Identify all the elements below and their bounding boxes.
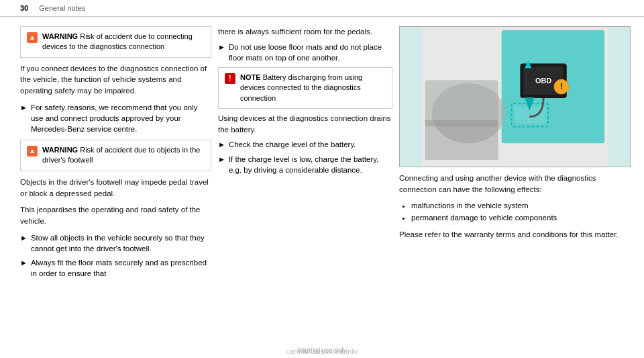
obd-image: OBD ! xyxy=(399,26,631,167)
mid-arrow-item-1: ► Do not use loose floor mats and do not… xyxy=(218,42,392,63)
warning-text-2: WARNING Risk of accident due to objects … xyxy=(42,145,205,166)
body-text-3: This jeopardises the operating and road … xyxy=(20,204,211,226)
note-box: ! NOTE Battery discharging from using de… xyxy=(218,67,392,109)
watermark: carmanualsonline.info xyxy=(0,347,644,357)
arrow-list-text-3: Always fit the floor mats securely and a… xyxy=(31,257,211,279)
mid-arrow-text-1: Do not use loose floor mats and do not p… xyxy=(229,42,392,63)
note-text: NOTE Battery discharging from using devi… xyxy=(240,73,386,103)
arrow-list-text-1: For safety reasons, we recommend that yo… xyxy=(31,102,211,134)
note-title: NOTE xyxy=(240,73,261,81)
mid-arrow-icon-3: ► xyxy=(218,154,225,165)
right-caption-2: Please refer to the warranty terms and c… xyxy=(399,229,631,240)
warning-box-2: ▲ WARNING Risk of accident due to object… xyxy=(20,140,211,171)
arrow-list-text-2: Stow all objects in the vehicle securely… xyxy=(31,232,211,254)
mid-arrow-icon-1: ► xyxy=(218,42,225,52)
mid-arrow-text-2: Check the charge level of the battery. xyxy=(229,139,356,150)
arrow-icon-1: ► xyxy=(20,103,28,113)
arrow-list-item-3: ► Always fit the floor mats securely and… xyxy=(20,257,211,279)
arrow-list-item-1: ► For safety reasons, we recommend that … xyxy=(20,102,211,134)
middle-column: there is always sufficient room for the … xyxy=(218,26,392,329)
section-title: General notes xyxy=(39,4,85,12)
arrow-list-1: ► For safety reasons, we recommend that … xyxy=(20,102,211,134)
svg-rect-6 xyxy=(425,120,498,160)
svg-text:!: ! xyxy=(560,81,563,91)
mid-arrow-text-3: If the charge level is low, charge the b… xyxy=(229,154,392,175)
dot-list-item-1: malfunctions in the vehicle system xyxy=(411,200,631,212)
svg-rect-5 xyxy=(425,80,498,126)
mid-arrow-list-2: ► Check the charge level of the battery.… xyxy=(218,139,392,175)
page-header: 30 General notes xyxy=(0,0,644,17)
body-text-1: If you connect devices to the diagnostic… xyxy=(20,63,211,97)
arrow-list-item-2: ► Stow all objects in the vehicle secure… xyxy=(20,232,211,254)
warning-box-1: ▲ WARNING Risk of accident due to con­ne… xyxy=(20,26,211,58)
dot-list: malfunctions in the vehicle system perma… xyxy=(399,200,631,224)
mid-arrow-icon-2: ► xyxy=(218,140,225,150)
mid-continuation: there is always sufficient room for the … xyxy=(218,26,392,38)
arrow-list-2: ► Stow all objects in the vehicle secure… xyxy=(20,232,211,279)
warning-icon-1: ▲ xyxy=(27,32,38,43)
body-text-2: Objects in the driver's footwell may imp… xyxy=(20,177,211,199)
right-caption-1: Connecting and using another device with… xyxy=(399,173,631,195)
arrow-icon-3: ► xyxy=(20,258,28,268)
mid-arrow-list-1: ► Do not use loose floor mats and do not… xyxy=(218,42,392,63)
page: 30 General notes ▲ WARNING Risk of accid… xyxy=(0,0,644,358)
right-column: OBD ! xyxy=(399,26,631,329)
arrow-icon-2: ► xyxy=(20,233,28,243)
page-number: 30 xyxy=(20,4,28,12)
note-icon: ! xyxy=(225,73,235,84)
mid-body-1: Using devices at the diagnostics connect… xyxy=(218,113,392,135)
mid-arrow-item-2: ► Check the charge level of the battery. xyxy=(218,139,392,150)
mid-arrow-item-3: ► If the charge level is low, charge the… xyxy=(218,154,392,175)
warning-icon-2: ▲ xyxy=(27,146,38,156)
car-diagram-svg: OBD ! xyxy=(400,27,630,167)
svg-rect-13 xyxy=(515,107,545,124)
svg-text:OBD: OBD xyxy=(535,77,551,85)
left-column: ▲ WARNING Risk of accident due to con­ne… xyxy=(20,26,211,329)
warning-text-1: WARNING Risk of accident due to con­nect… xyxy=(42,32,205,52)
warning-title-1: WARNING xyxy=(42,32,78,40)
dot-list-item-2: permanent damage to vehicle components xyxy=(411,212,631,224)
main-content: ▲ WARNING Risk of accident due to con­ne… xyxy=(0,17,644,336)
warning-title-2: WARNING xyxy=(42,146,78,154)
